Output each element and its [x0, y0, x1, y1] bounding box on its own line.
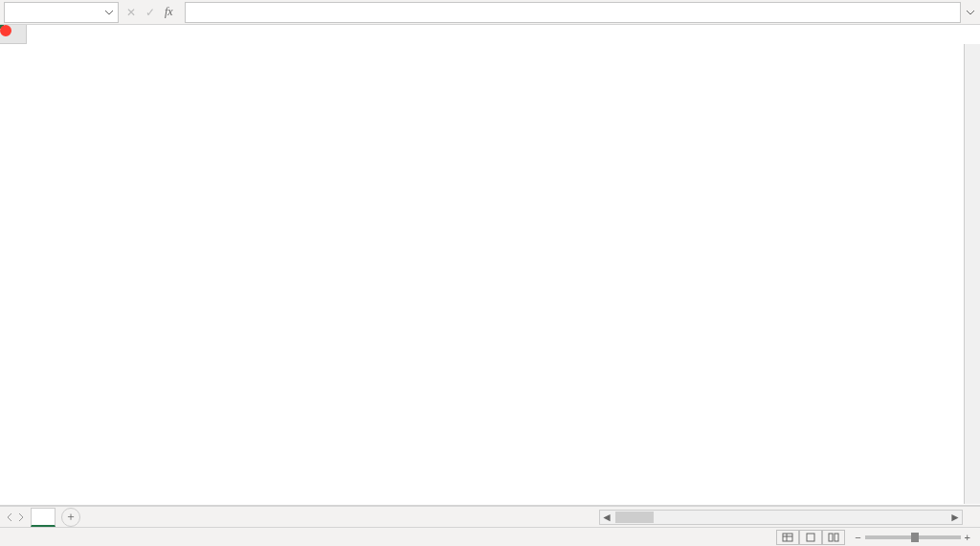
page-break-view-button[interactable]	[822, 530, 845, 545]
view-buttons	[776, 530, 845, 545]
zoom-out-button[interactable]: −	[855, 532, 860, 543]
normal-view-button[interactable]	[776, 530, 799, 545]
status-bar: − +	[0, 527, 980, 546]
cancel-icon[interactable]: ✕	[126, 6, 136, 19]
svg-rect-0	[783, 534, 792, 541]
formula-buttons: ✕ ✓ fx	[119, 5, 185, 19]
svg-rect-3	[807, 534, 814, 541]
select-all-corner[interactable]	[0, 25, 27, 44]
zoom-slider[interactable]	[865, 535, 961, 539]
svg-rect-5	[835, 534, 838, 541]
name-box[interactable]	[4, 2, 119, 23]
fx-icon[interactable]: fx	[165, 5, 177, 19]
tab-nav[interactable]	[0, 512, 31, 522]
sheet-tab-active[interactable]	[31, 508, 56, 527]
vertical-scrollbar[interactable]	[964, 44, 980, 504]
sheet-tab-bar: ＋ ◄►	[0, 506, 980, 527]
dropdown-icon	[104, 8, 114, 17]
formula-bar: ✕ ✓ fx	[0, 0, 980, 25]
horizontal-scrollbar[interactable]: ◄►	[599, 510, 963, 525]
zoom-in-button[interactable]: +	[965, 532, 970, 543]
formula-input[interactable]	[185, 2, 961, 23]
add-sheet-button[interactable]: ＋	[61, 508, 80, 527]
svg-rect-4	[829, 534, 833, 541]
page-layout-view-button[interactable]	[799, 530, 822, 545]
expand-formula-bar[interactable]	[961, 8, 980, 17]
confirm-icon[interactable]: ✓	[145, 6, 155, 19]
spreadsheet-grid	[0, 25, 980, 506]
